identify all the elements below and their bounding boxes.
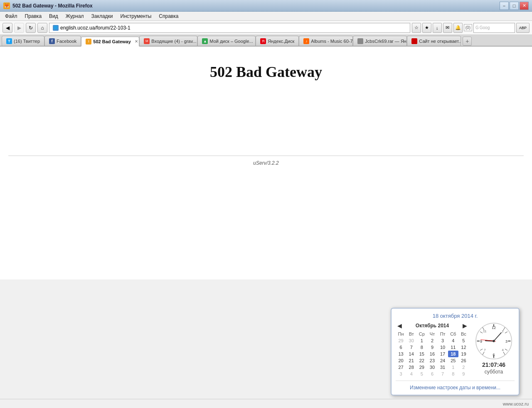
search-icon: G xyxy=(475,25,479,30)
tab-facebook-favicon: f xyxy=(49,38,55,44)
tab-badgateway-favicon: ! xyxy=(86,39,91,45)
bookmark-add[interactable]: ★ xyxy=(422,23,431,33)
tab-drive-favicon: ▲ xyxy=(202,38,208,44)
tab-gmail[interactable]: M Входящие (4) - grav... xyxy=(139,36,197,46)
tab-yandex[interactable]: Я Яндекс.Диск xyxy=(256,36,299,46)
address-favicon: 🌐 xyxy=(53,25,59,31)
tab-drive[interactable]: ▲ Мой диск – Google... xyxy=(197,36,256,46)
tab-drive-label: Мой диск – Google... xyxy=(209,39,253,44)
tab-badgateway[interactable]: ! 502 Bad Gateway ✕ xyxy=(81,37,139,47)
error-title: 502 Bad Gateway xyxy=(210,63,322,81)
title-bar: 🦊 502 Bad Gateway - Mozilla Firefox − □ … xyxy=(0,0,532,12)
zoom-button[interactable]: ABP xyxy=(516,23,530,33)
search-placeholder: Goog xyxy=(480,25,490,30)
forward-button[interactable]: ▶ xyxy=(14,23,24,33)
tab-yandex-label: Яндекс.Диск xyxy=(268,39,294,44)
nav-right: ☆ ★ ↓ ✉ 🔔 (0) G Goog ABP xyxy=(412,23,530,33)
tab-twitter-label: (16) Твиттер xyxy=(14,39,40,44)
notification-count: (0) xyxy=(464,24,472,31)
tab-twitter-favicon: T xyxy=(6,38,12,44)
menu-edit[interactable]: Правка xyxy=(22,12,45,20)
mail-button[interactable]: ✉ xyxy=(443,23,452,33)
tab-music[interactable]: ♪ Albums - Music 60-70 xyxy=(299,36,353,46)
tab-twitter[interactable]: T (16) Твиттер xyxy=(2,36,44,46)
tab-badgateway-close[interactable]: ✕ xyxy=(133,39,139,45)
title-bar-left: 🦊 502 Bad Gateway - Mozilla Firefox xyxy=(3,2,93,9)
tab-archive-favicon xyxy=(357,38,363,44)
server-info: uServ/3.2.2 xyxy=(253,160,278,166)
close-button[interactable]: ✕ xyxy=(520,2,529,10)
reload-button[interactable]: ↻ xyxy=(26,23,36,33)
bookmark-star[interactable]: ☆ xyxy=(412,23,421,33)
tab-music-label: Albums - Music 60-70 xyxy=(311,39,353,44)
menu-bookmarks[interactable]: Закладки xyxy=(88,12,116,20)
downloads-button[interactable]: ↓ xyxy=(433,23,442,33)
search-box[interactable]: G Goog xyxy=(473,23,515,33)
tab-music-favicon: ♪ xyxy=(303,38,309,44)
tab-archive[interactable]: JcbsCrk69.rar — Ян... xyxy=(353,36,407,46)
window-title: 502 Bad Gateway - Mozilla Firefox xyxy=(12,3,93,9)
notification-button[interactable]: 🔔 xyxy=(453,23,463,33)
navigation-bar: ◀ ▶ ↻ ⌂ 🌐 english.ucoz.ua/forum/22-103-1… xyxy=(0,21,532,35)
window-controls: − □ ✕ xyxy=(500,2,529,10)
tab-site[interactable]: Сайт не открывает... xyxy=(407,36,461,46)
tab-badgateway-label: 502 Bad Gateway xyxy=(93,39,131,44)
tab-site-favicon xyxy=(411,38,417,44)
error-divider xyxy=(8,156,524,156)
browser-icon: 🦊 xyxy=(3,2,10,9)
address-text: english.ucoz.ua/forum/22-103-1 xyxy=(60,25,131,31)
tab-yandex-favicon: Я xyxy=(260,38,266,44)
tab-gmail-favicon: M xyxy=(144,38,150,44)
tab-archive-label: JcbsCrk69.rar — Ян... xyxy=(365,39,407,44)
menu-view[interactable]: Вид xyxy=(46,12,62,20)
back-button[interactable]: ◀ xyxy=(2,23,12,33)
maximize-button[interactable]: □ xyxy=(510,2,519,10)
tab-site-label: Сайт не открывает... xyxy=(419,39,461,44)
address-bar[interactable]: 🌐 english.ucoz.ua/forum/22-103-1 xyxy=(49,23,410,33)
browser-content: 502 Bad Gateway uServ/3.2.2 xyxy=(0,47,532,279)
menu-tools[interactable]: Инструменты xyxy=(117,12,155,20)
menu-bar: Файл Правка Вид Журнал Закладки Инструме… xyxy=(0,12,532,21)
tab-gmail-label: Входящие (4) - grav... xyxy=(151,39,196,44)
menu-file[interactable]: Файл xyxy=(2,12,21,20)
menu-help[interactable]: Справка xyxy=(155,12,182,20)
home-button[interactable]: ⌂ xyxy=(37,23,47,33)
menu-history[interactable]: Журнал xyxy=(62,12,87,20)
new-tab-button[interactable]: + xyxy=(463,37,472,46)
tabs-bar: T (16) Твиттер f Facebook ! 502 Bad Gate… xyxy=(0,35,532,47)
tab-facebook[interactable]: f Facebook xyxy=(44,36,81,46)
tab-facebook-label: Facebook xyxy=(57,39,76,44)
minimize-button[interactable]: − xyxy=(500,2,509,10)
